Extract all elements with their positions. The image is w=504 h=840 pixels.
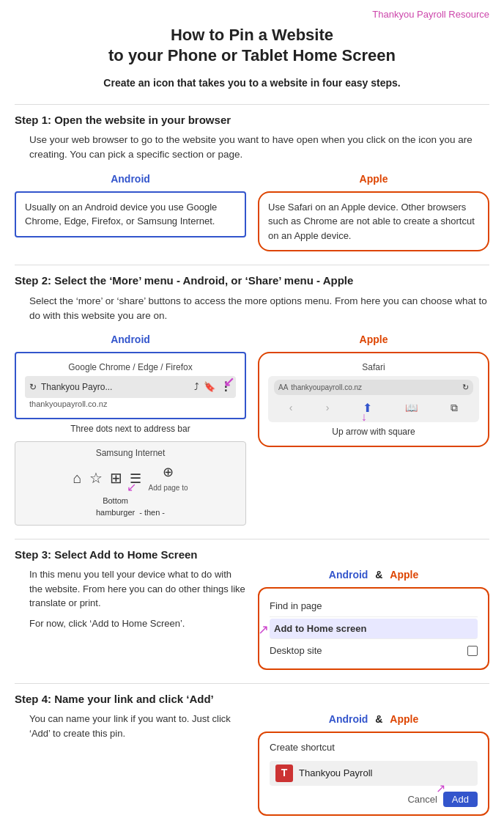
step2-samsung-captions: Bottom hamburger - then -: [21, 495, 240, 519]
step3-layout: In this menu you tell your device what t…: [15, 567, 489, 670]
step2-platform-cols: Android Google Chrome / Edge / Firefox ↻…: [15, 332, 489, 526]
desktop-site-checkbox[interactable]: [467, 646, 478, 656]
step4-shortcut-buttons: Cancel Add ↗: [270, 792, 478, 807]
step1-android-label: Android: [111, 172, 150, 187]
bookmark-icon: 🔖: [204, 380, 215, 394]
pink-arrow-share: ↓: [361, 408, 367, 426]
step2-samsung-box: Samsung Internet ⌂ ☆ ⊞ ☰ ↙ ⊕ Add page to: [15, 441, 246, 526]
brand-label: Thankyou Payroll Resource: [15, 7, 489, 22]
step1-apple-label: Apple: [360, 172, 388, 187]
step2-samsung-caption1: Bottom: [103, 495, 128, 507]
step2-section: Step 2: Select the ‘More’ menu - Android…: [15, 273, 489, 526]
reload-icon: ↻: [462, 381, 469, 394]
step2-safari-url: thankyoupayroll.co.nz: [291, 382, 459, 393]
step1-apple-box: Use Safari on an Apple device. Other bro…: [258, 191, 489, 252]
step4-right-panel: Android & Apple Create shortcut T Thanky…: [258, 712, 489, 816]
step3-section: Step 3: Select Add to Home Screen In thi…: [15, 547, 489, 670]
step4-description: You can name your link if you want to. J…: [15, 712, 246, 740]
step3-desc-p1: In this menu you tell your device what t…: [29, 567, 246, 611]
pink-arrow-dots: ↙: [223, 372, 234, 392]
step2-safari-caption: Up arrow with square: [268, 425, 479, 438]
step3-right-panel: Android & Apple Find in page Add to Home…: [258, 567, 489, 670]
step4-platform-header: Android & Apple: [258, 712, 489, 727]
step3-menu-item-add[interactable]: Add to Home screen: [270, 619, 478, 640]
step3-menu-item-desktop: Desktop site: [270, 644, 322, 658]
step3-description: In this menu you tell your device what t…: [15, 567, 246, 630]
step2-safari-mockup: AA thankyoupayroll.co.nz ↻ ‹ › ⬆ ↓ 📖 ⧉: [268, 376, 479, 422]
step2-chrome-caption: Three dots next to address bar: [70, 422, 190, 435]
step2-safari-nav: ‹ › ⬆ ↓ 📖 ⧉: [274, 398, 473, 419]
pink-arrow-add-home: ↗: [258, 620, 269, 640]
step1-heading: Step 1: Open the website in your browser: [15, 112, 489, 129]
step3-menu-item-add-wrapper: Add to Home screen ↗: [270, 619, 478, 640]
step3-amp: &: [375, 569, 382, 581]
step2-safari-url-bar: AA thankyoupayroll.co.nz ↻: [274, 380, 473, 395]
step1-platform-cols: Android Usually on an Android device you…: [15, 172, 489, 252]
cancel-button[interactable]: Cancel: [407, 794, 437, 805]
step2-apple-label: Apple: [360, 332, 388, 347]
share-icon: ⤴: [194, 380, 199, 394]
page-subtitle: Create an icon that takes you to a websi…: [15, 75, 489, 91]
tabs-icon-safari: ⧉: [451, 400, 458, 416]
step3-android-label: Android: [329, 569, 368, 581]
aa-label: AA: [278, 382, 288, 393]
step1-apple-col: Apple Use Safari on an Apple device. Oth…: [258, 172, 489, 252]
step2-safari-box: Safari AA thankyoupayroll.co.nz ↻ ‹ › ⬆ …: [258, 352, 489, 447]
step2-chrome-box: Google Chrome / Edge / Firefox ↻ Thankyo…: [15, 352, 246, 419]
step4-input-row: T Thankyou Payroll: [270, 761, 478, 786]
step3-menu-item-find: Find in page: [270, 596, 478, 617]
step1-description: Use your web browser to go to the websit…: [29, 133, 489, 163]
step4-layout: You can name your link if you want to. J…: [15, 712, 489, 816]
step3-heading: Step 3: Select Add to Home Screen: [15, 547, 489, 564]
step4-android-label: Android: [329, 713, 368, 725]
book-icon: 📖: [405, 400, 418, 416]
step3-menu-mockup: Find in page Add to Home screen ↗ Deskto…: [258, 587, 489, 670]
step2-chrome-label: Google Chrome / Edge / Firefox: [25, 361, 236, 374]
add-button[interactable]: Add: [443, 792, 478, 807]
t-icon: T: [275, 765, 293, 782]
step2-safari-label: Safari: [268, 361, 479, 374]
step3-menu-item-desktop-row: Desktop site: [270, 641, 478, 661]
step4-create-shortcut-box: Create shortcut T Thankyou Payroll Cance…: [258, 732, 489, 816]
step1-android-box: Usually on an Android device you use Goo…: [15, 191, 246, 237]
pink-arrow-hamburger: ↙: [127, 479, 136, 496]
pink-arrow-add-btn: ↗: [436, 780, 445, 797]
star-icon: ☆: [89, 467, 103, 489]
tabs-icon: ⊞: [110, 467, 122, 489]
step2-samsung-add: Add page to: [149, 482, 188, 493]
back-icon: ‹: [289, 400, 293, 416]
step2-samsung-caption2: hamburger: [96, 506, 135, 519]
step2-samsung-label: Samsung Internet: [21, 446, 240, 460]
step2-chrome-site: Thankyou Payro...: [41, 380, 190, 394]
home-icon: ⌂: [73, 467, 81, 489]
step2-android-label: Android: [111, 332, 150, 347]
step2-samsung-then: - then -: [139, 506, 165, 519]
step4-amp: &: [375, 713, 382, 725]
step2-description: Select the ‘more’ or ‘share’ buttons to …: [29, 294, 489, 324]
step3-platform-header: Android & Apple: [258, 567, 489, 583]
step4-input-value[interactable]: Thankyou Payroll: [299, 766, 472, 781]
step4-desc-p1: You can name your link if you want to. J…: [29, 712, 246, 740]
step2-samsung-icons: ⌂ ☆ ⊞ ☰ ↙ ⊕ Add page to: [21, 463, 240, 493]
refresh-icon: ↻: [29, 380, 37, 394]
add-page-icon-group: ⊕ Add page to: [149, 463, 188, 493]
step4-apple-label: Apple: [390, 713, 418, 725]
step2-android-col: Android Google Chrome / Edge / Firefox ↻…: [15, 332, 246, 526]
step4-section: Step 4: Name your link and click ‘Add’ Y…: [15, 691, 489, 816]
step4-heading: Step 4: Name your link and click ‘Add’: [15, 691, 489, 708]
forward-icon: ›: [326, 400, 330, 416]
step2-heading: Step 2: Select the ‘More’ menu - Android…: [15, 273, 489, 290]
step2-chrome-url: thankyoupayroll.co.nz: [25, 398, 236, 410]
step1-section: Step 1: Open the website in your browser…: [15, 112, 489, 252]
step2-apple-col: Apple Safari AA thankyoupayroll.co.nz ↻ …: [258, 332, 489, 526]
plus-icon: ⊕: [163, 463, 174, 482]
step2-chrome-bar: ↻ Thankyou Payro... ⤴ 🔖 ⋮ ↙: [25, 376, 236, 398]
step3-apple-label: Apple: [390, 569, 418, 581]
step4-create-shortcut-label: Create shortcut: [270, 740, 478, 755]
page-title: How to Pin a Website to your Phone or Ta…: [15, 25, 489, 67]
step3-desc-p2: For now, click ‘Add to Home Screen’.: [29, 616, 246, 631]
step1-android-col: Android Usually on an Android device you…: [15, 172, 246, 252]
